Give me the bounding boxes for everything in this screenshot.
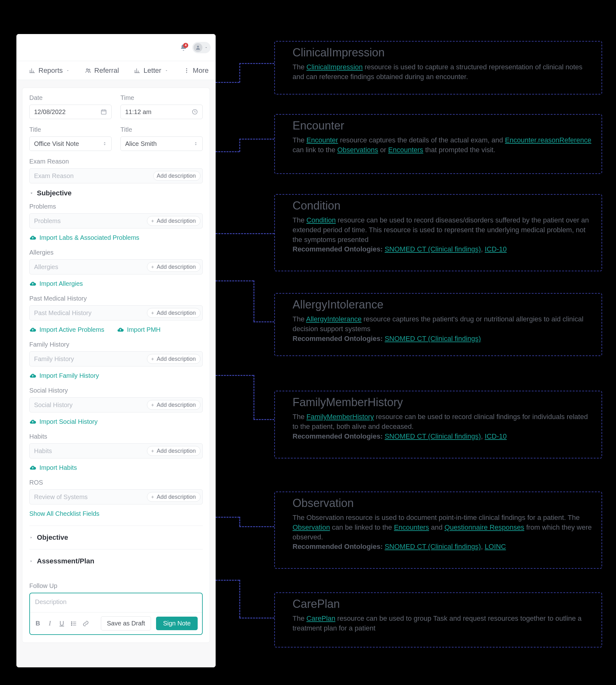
habits-input[interactable]: Habits Add description xyxy=(29,443,203,458)
subjective-section-toggle[interactable]: Subjective xyxy=(29,189,203,197)
exam-reason-label: Exam Reason xyxy=(29,158,203,165)
add-description-label: Add description xyxy=(157,448,196,454)
svg-point-10 xyxy=(71,624,72,625)
tab-reports[interactable]: Reports xyxy=(29,67,70,75)
follow-up-textarea[interactable]: Description xyxy=(30,593,202,612)
add-description-button[interactable]: Add description xyxy=(147,492,200,502)
link-snomed[interactable]: SNOMED CT (Clinical findings) xyxy=(384,335,481,342)
recommended-ontologies-label: Recommended Ontologies: xyxy=(292,245,384,253)
link-allergy-intolerance[interactable]: AllergyIntolerance xyxy=(306,315,361,323)
link-questionnaire-responses[interactable]: Questionnaire Responses xyxy=(444,523,524,531)
add-description-button[interactable]: Add description xyxy=(147,308,200,318)
ros-input[interactable]: Review of Systems Add description xyxy=(29,489,203,504)
svg-point-8 xyxy=(71,621,72,622)
import-habits-link[interactable]: Import Habits xyxy=(29,464,203,471)
link-encounters[interactable]: Encounters xyxy=(394,523,429,531)
problems-input[interactable]: Problems Add description xyxy=(29,213,203,228)
family-history-input[interactable]: Family History Add description xyxy=(29,351,203,366)
link-observation[interactable]: Observation xyxy=(292,523,330,531)
underline-button[interactable]: U xyxy=(58,620,65,627)
chevron-down-icon xyxy=(29,191,34,196)
calendar-icon xyxy=(101,109,107,115)
link-encounters[interactable]: Encounters xyxy=(388,146,423,154)
select-arrows-icon xyxy=(103,140,107,147)
link-encounter[interactable]: Encounter xyxy=(306,136,338,144)
tab-label: Letter xyxy=(144,67,161,75)
add-description-label: Add description xyxy=(157,494,196,500)
notifications-button[interactable]: 4 xyxy=(178,42,189,53)
link-icd10[interactable]: ICD-10 xyxy=(485,245,507,253)
time-input[interactable]: 11:12 am xyxy=(120,105,203,119)
show-all-checklist-link[interactable]: Show All Checklist Fields xyxy=(29,510,203,517)
chevron-right-icon xyxy=(29,559,33,563)
link-clinical-impression[interactable]: ClinicalImpression xyxy=(306,63,363,71)
add-description-label: Add description xyxy=(157,264,196,270)
user-menu-button[interactable] xyxy=(192,42,211,53)
chevron-down-icon xyxy=(66,69,70,72)
add-description-button[interactable]: Add description xyxy=(147,446,200,456)
allergies-input[interactable]: Allergies Add description xyxy=(29,259,203,274)
add-description-button[interactable]: Add description xyxy=(147,216,200,226)
sign-note-button[interactable]: Sign Note xyxy=(156,617,198,630)
link-observations[interactable]: Observations xyxy=(337,146,378,154)
add-description-button[interactable]: Add description xyxy=(147,262,200,272)
import-allergies-link[interactable]: Import Allergies xyxy=(29,280,203,287)
connector-line xyxy=(254,375,255,419)
plus-icon xyxy=(150,265,155,269)
tab-label: Reports xyxy=(39,67,63,75)
link-loinc[interactable]: LOINC xyxy=(485,543,506,550)
patient-select[interactable]: Alice Smith xyxy=(120,136,203,151)
add-description-button[interactable]: Add description xyxy=(147,400,200,410)
link-snomed[interactable]: SNOMED CT (Clinical findings) xyxy=(384,543,481,550)
tab-letter[interactable]: Letter xyxy=(134,67,168,75)
import-family-history-label: Import Family History xyxy=(39,372,99,379)
add-description-label: Add description xyxy=(157,218,196,224)
time-value: 11:12 am xyxy=(125,108,151,116)
svg-point-1 xyxy=(86,69,88,70)
import-family-history-link[interactable]: Import Family History xyxy=(29,372,203,379)
follow-up-editor: Description B I U xyxy=(29,593,203,635)
connector-line xyxy=(216,233,274,234)
cloud-upload-icon xyxy=(29,418,36,425)
social-history-input[interactable]: Social History Add description xyxy=(29,397,203,412)
italic-button[interactable]: I xyxy=(46,620,53,627)
info-card-allergy-intolerance: AllergyIntolerance The AllergyIntoleranc… xyxy=(274,293,602,356)
objective-section-toggle[interactable]: Objective xyxy=(29,526,203,549)
exam-reason-input[interactable]: Exam Reason Add description xyxy=(29,168,203,183)
time-label: Time xyxy=(120,94,203,101)
add-description-button[interactable]: Add description xyxy=(147,354,200,364)
link-button[interactable] xyxy=(82,620,89,627)
title1-label: Title xyxy=(29,126,112,133)
add-description-button[interactable]: Add description xyxy=(153,171,200,181)
bar-chart-icon xyxy=(29,67,35,74)
import-active-problems-link[interactable]: Import Active Problems xyxy=(29,326,104,333)
list-button[interactable] xyxy=(70,620,77,627)
import-active-problems-label: Import Active Problems xyxy=(39,326,104,333)
ros-placeholder: Review of Systems xyxy=(34,494,88,501)
cloud-upload-icon xyxy=(29,372,36,379)
link-condition[interactable]: Condition xyxy=(306,216,336,224)
connector-line xyxy=(254,280,255,321)
link-encounter-reason[interactable]: Encounter.reasonReference xyxy=(505,136,591,144)
link-care-plan[interactable]: CarePlan xyxy=(306,614,335,622)
tab-referral[interactable]: Referral xyxy=(85,67,119,75)
date-input[interactable]: 12/08/2022 xyxy=(29,105,112,119)
link-snomed[interactable]: SNOMED CT (Clinical findings) xyxy=(384,432,481,440)
note-type-select[interactable]: Office Visit Note xyxy=(29,136,112,151)
title2-label: Title xyxy=(120,126,203,133)
recommended-ontologies-label: Recommended Ontologies: xyxy=(292,335,384,342)
tab-more[interactable]: More xyxy=(183,67,209,75)
link-snomed[interactable]: SNOMED CT (Clinical findings) xyxy=(384,245,481,253)
bold-button[interactable]: B xyxy=(35,620,41,627)
card-body: The CarePlan resource can be used to gro… xyxy=(292,614,593,633)
save-draft-button[interactable]: Save as Draft xyxy=(101,616,151,631)
link-family-member-history[interactable]: FamilyMemberHistory xyxy=(306,413,374,421)
link-icd10[interactable]: ICD-10 xyxy=(485,432,507,440)
pmh-input[interactable]: Past Medical History Add description xyxy=(29,305,203,320)
assessment-plan-section-toggle[interactable]: Assessment/Plan xyxy=(29,549,203,573)
import-labs-link[interactable]: Import Labs & Associated Problems xyxy=(29,234,203,242)
pmh-placeholder: Past Medical History xyxy=(34,310,91,317)
plus-icon xyxy=(150,311,155,315)
import-social-history-link[interactable]: Import Social History xyxy=(29,418,203,425)
import-pmh-link[interactable]: Import PMH xyxy=(117,326,161,333)
